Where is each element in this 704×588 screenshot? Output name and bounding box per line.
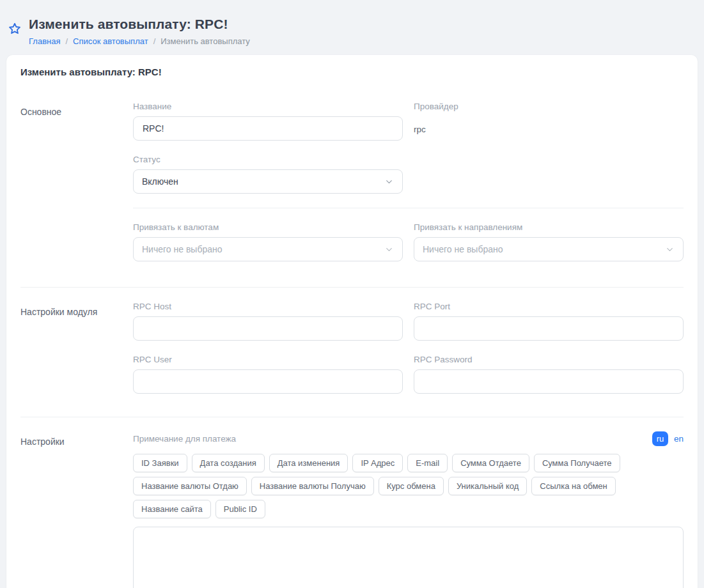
edit-autopayout-card: Изменить автовыплату: RPC! Основное Назв… [6, 55, 698, 588]
rpc-password-input[interactable] [414, 369, 684, 394]
breadcrumb-link-home[interactable]: Главная [29, 36, 60, 46]
lang-ru-button[interactable]: ru [652, 431, 668, 446]
rpc-host-input[interactable] [133, 316, 403, 341]
tag-chip[interactable]: Дата изменения [269, 454, 348, 472]
page-title: Изменить автовыплату: RPC! [29, 17, 250, 32]
rpc-port-input[interactable] [414, 316, 684, 341]
rpc-port-field-group: RPC Port [414, 302, 684, 341]
lang-en-button[interactable]: en [674, 434, 684, 444]
section-divider [20, 417, 684, 417]
payment-note-label: Примечание для платежа [133, 434, 236, 444]
breadcrumb-current: Изменить автовыплату [160, 36, 250, 46]
status-field-group: Статус Включен [133, 155, 403, 194]
tag-chip[interactable]: E-mail [407, 454, 448, 472]
name-input[interactable] [133, 116, 403, 141]
section-main: Основное Название Провайдер rpc Статус В… [20, 102, 684, 281]
tag-chip[interactable]: Уникальный код [448, 477, 527, 495]
tag-chip[interactable]: Дата создания [192, 454, 265, 472]
chevron-down-icon [384, 245, 394, 254]
placeholder-tags: ID Заявки Дата создания Дата изменения I… [133, 454, 684, 518]
rpc-user-input[interactable] [133, 369, 403, 394]
provider-value: rpc [414, 116, 684, 134]
status-label: Статус [133, 155, 403, 164]
status-select-value: Включен [142, 176, 178, 187]
star-icon [8, 22, 22, 36]
directions-label: Привязать к направлениям [414, 222, 684, 232]
rpc-host-field-group: RPC Host [133, 302, 403, 341]
directions-field-group: Привязать к направлениям Ничего не выбра… [414, 222, 684, 261]
page-header: Изменить автовыплату: RPC! Главная / Спи… [0, 0, 704, 55]
currencies-select[interactable]: Ничего не выбрано [133, 237, 403, 261]
tag-chip[interactable]: Название сайта [133, 500, 211, 518]
favorite-star-button[interactable] [8, 22, 22, 36]
directions-select-value: Ничего не выбрано [423, 244, 503, 254]
tag-chip[interactable]: Курс обмена [379, 477, 444, 495]
sub-divider [133, 208, 684, 208]
section-divider [20, 287, 684, 288]
rpc-password-label: RPC Password [414, 355, 684, 364]
chevron-down-icon [665, 245, 675, 254]
tag-chip[interactable]: Название валюты Отдаю [133, 477, 247, 495]
currencies-field-group: Привязать к валютам Ничего не выбрано [133, 222, 403, 261]
breadcrumb-link-autopayouts[interactable]: Список автовыплат [73, 36, 148, 46]
section-module-label: Настройки модуля [20, 302, 133, 410]
tag-chip[interactable]: ID Заявки [133, 454, 187, 472]
rpc-host-label: RPC Host [133, 302, 403, 311]
payment-note-textarea[interactable] [133, 527, 684, 588]
name-field-group: Название [133, 102, 403, 141]
provider-label: Провайдер [414, 102, 684, 111]
breadcrumb: Главная / Список автовыплат / Изменить а… [29, 36, 250, 46]
section-main-label: Основное [20, 102, 133, 281]
currencies-label: Привязать к валютам [133, 222, 403, 232]
card-title: Изменить автовыплату: RPC! [20, 66, 684, 77]
rpc-password-field-group: RPC Password [414, 355, 684, 394]
directions-select[interactable]: Ничего не выбрано [414, 237, 684, 261]
provider-field-group: Провайдер rpc [414, 102, 684, 141]
section-settings: Настройки Примечание для платежа ru en I… [20, 431, 684, 588]
status-select[interactable]: Включен [133, 169, 403, 194]
language-switcher: ru en [652, 431, 684, 446]
name-label: Название [133, 102, 403, 111]
rpc-user-label: RPC User [133, 355, 403, 364]
currencies-select-value: Ничего не выбрано [142, 244, 223, 254]
tag-chip[interactable]: Ссылка на обмен [531, 477, 615, 495]
tag-chip[interactable]: IP Адрес [352, 454, 403, 472]
tag-chip[interactable]: Сумма Получаете [534, 454, 620, 472]
section-module: Настройки модуля RPC Host RPC Port RPC U… [20, 302, 684, 410]
chevron-down-icon [384, 177, 394, 187]
tag-chip[interactable]: Название валюты Получаю [251, 477, 374, 495]
tag-chip[interactable]: Public ID [215, 500, 265, 518]
breadcrumb-separator: / [65, 36, 68, 46]
rpc-port-label: RPC Port [414, 302, 684, 311]
rpc-user-field-group: RPC User [133, 355, 403, 394]
tag-chip[interactable]: Сумма Отдаете [452, 454, 529, 472]
section-settings-label: Настройки [20, 431, 133, 588]
breadcrumb-separator: / [153, 36, 156, 46]
